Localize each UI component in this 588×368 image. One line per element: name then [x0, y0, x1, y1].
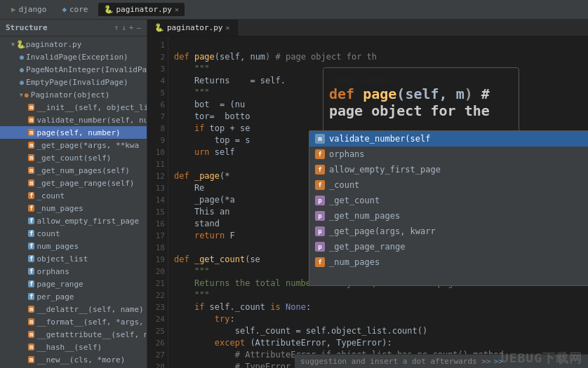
method-icon: m: [28, 167, 34, 174]
property-badge: p: [315, 226, 325, 236]
tree-item-label: _get_page(*args, **kwa: [36, 141, 139, 150]
method-icon: m: [28, 179, 34, 186]
autocomplete-item-get-count[interactable]: p _get_count: [309, 193, 588, 208]
file-icon: 🐍: [104, 5, 114, 14]
tree-item-label: page_range: [36, 280, 83, 289]
field-icon: f: [28, 230, 34, 237]
tree-item-label: Paginator(object): [31, 90, 110, 100]
autocomplete-label: orphans: [329, 149, 365, 159]
file-icon: 🐍: [154, 23, 164, 32]
method-icon: m: [28, 154, 34, 161]
property-badge: p: [315, 196, 325, 205]
autocomplete-label: _get_num_pages: [329, 211, 400, 221]
autocomplete-item-count-private[interactable]: f _count: [309, 177, 588, 193]
tree-paginator-file[interactable]: ▼ 🐍 paginator.py: [0, 38, 147, 50]
tab-core-label: core: [69, 5, 88, 14]
method-badge: m: [315, 134, 325, 144]
tree-invalid-page[interactable]: ● InvalidPage(Exception): [0, 50, 147, 63]
tree-get-page[interactable]: m _get_page(*args, **kwa: [0, 139, 147, 151]
autocomplete-item-num-pages[interactable]: f _num_pages: [309, 254, 588, 270]
up-icon[interactable]: ↑: [114, 23, 119, 32]
editor-tab-paginator[interactable]: 🐍 paginator.py ✕: [147, 20, 238, 36]
tree-num-pages-field[interactable]: f num_pages: [0, 240, 147, 252]
tree-delattr[interactable]: m __delattr__(self, name): [0, 303, 147, 315]
tree-item-label: _num_pages: [36, 204, 83, 213]
autocomplete-label: _num_pages: [329, 257, 380, 267]
tree-count-prop[interactable]: f _count: [0, 189, 147, 202]
autocomplete-label: _get_count: [329, 196, 380, 205]
autocomplete-label: validate_number(self: [329, 134, 431, 144]
method-icon: m: [28, 129, 34, 136]
field-icon: f: [28, 280, 34, 287]
tree-item-label: allow_empty_first_page: [36, 217, 139, 226]
tree-allow-empty[interactable]: f allow_empty_first_page: [0, 214, 147, 227]
tree-get-page-range[interactable]: m _get_page_range(self): [0, 177, 147, 189]
method-icon: m: [28, 116, 34, 123]
autocomplete-list: m validate_number(self f orphans f allow…: [309, 130, 588, 286]
method-icon: m: [28, 104, 34, 111]
tree-item-label: __delattr__(self, name): [36, 305, 143, 314]
tree-page-range-field[interactable]: f page_range: [0, 278, 147, 290]
editor-tabs: 🐍 paginator.py ✕: [147, 20, 588, 36]
tree-num-pages-prop[interactable]: f _num_pages: [0, 202, 147, 214]
method-icon: m: [28, 306, 34, 313]
tab-core[interactable]: ◆ core: [56, 3, 93, 16]
tree-get-count[interactable]: m _get_count(self): [0, 151, 147, 164]
tree-page-not-integer[interactable]: ● PageNotAnInteger(InvalidPa: [0, 63, 147, 76]
tree-paginator-class[interactable]: ▼ ● Paginator(object): [0, 88, 147, 101]
add-icon[interactable]: +: [129, 23, 134, 32]
tree-item-label: PageNotAnInteger(InvalidPa: [26, 65, 147, 74]
method-icon: m: [28, 331, 34, 338]
tree-format[interactable]: m __format__(self, *args,: [0, 315, 147, 328]
autocomplete-items-list: m validate_number(self f orphans f allow…: [309, 131, 588, 271]
autocomplete-item-orphans[interactable]: f orphans: [309, 146, 588, 162]
tree-per-page-field[interactable]: f per_page: [0, 290, 147, 303]
tab-django[interactable]: ▶ django: [6, 3, 52, 16]
tree-item-label: __new__(cls, *more): [36, 355, 125, 364]
autocomplete-item-count[interactable]: f count: [309, 270, 588, 271]
tree-new[interactable]: m __new__(cls, *more): [0, 353, 147, 366]
autocomplete-magnifier: def page(self, m) # page object for the: [323, 67, 519, 137]
close-icon[interactable]: ✕: [175, 6, 179, 13]
autocomplete-label: _get_page(args, kwarr: [329, 226, 436, 236]
autocomplete-label: _get_page_range: [329, 242, 405, 252]
tree-item-label: object_list: [36, 254, 88, 264]
hint-text: suggestion and insert a dot afterwards >…: [300, 357, 491, 366]
field-icon: f: [28, 217, 34, 224]
class-icon: ●: [20, 53, 24, 61]
tree-item-label: count: [36, 229, 60, 238]
tree-count-field[interactable]: f count: [0, 227, 147, 240]
tree-getattribute[interactable]: m __getattribute__(self, na: [0, 328, 147, 341]
tree-item-label: validate_number(self, nu: [36, 116, 147, 125]
tree-item-label: EmptyPage(InvalidPage): [26, 78, 128, 87]
autocomplete-item-allow-empty[interactable]: f allow_empty_first_page: [309, 162, 588, 177]
core-icon: ◆: [62, 5, 67, 14]
tree-empty-page[interactable]: ● EmptyPage(InvalidPage): [0, 76, 147, 88]
autocomplete-item-get-num-pages[interactable]: p _get_num_pages: [309, 208, 588, 224]
tree-orphans-field[interactable]: f orphans: [0, 265, 147, 278]
remove-icon[interactable]: –: [136, 23, 141, 32]
tree-validate-number[interactable]: m validate_number(self, nu: [0, 114, 147, 126]
autocomplete-item-validate[interactable]: m validate_number(self: [309, 131, 588, 146]
title-bar: ▶ django ◆ core 🐍 paginator.py ✕: [0, 0, 588, 20]
tree-item-label: _get_num_pages(self): [36, 166, 129, 175]
tree-init[interactable]: m __init__(self, object_list,: [0, 101, 147, 114]
close-tab-icon[interactable]: ✕: [225, 24, 229, 32]
property-badge: p: [315, 242, 325, 252]
field-icon: f: [28, 243, 34, 250]
django-icon: ▶: [11, 5, 16, 14]
tab-paginator-label: paginator.py: [116, 5, 172, 14]
autocomplete-item-get-page[interactable]: p _get_page(args, kwarr: [309, 224, 588, 239]
down-icon[interactable]: ↓: [121, 23, 126, 32]
autocomplete-item-get-page-range[interactable]: p _get_page_range: [309, 239, 588, 254]
tree-object-list-field[interactable]: f object_list: [0, 252, 147, 265]
class-icon: ●: [25, 91, 29, 99]
tab-paginator[interactable]: 🐍 paginator.py ✕: [98, 3, 185, 16]
tree-item-label: _count: [36, 191, 65, 200]
tree-get-num-pages[interactable]: m _get_num_pages(self): [0, 164, 147, 177]
tree-item-label: paginator.py: [26, 40, 81, 49]
field-badge: f: [315, 165, 325, 175]
tree-item-label: page(self, number): [36, 128, 120, 137]
tree-hash[interactable]: m __hash__(self): [0, 341, 147, 353]
tree-page-method[interactable]: m page(self, number): [0, 126, 147, 139]
